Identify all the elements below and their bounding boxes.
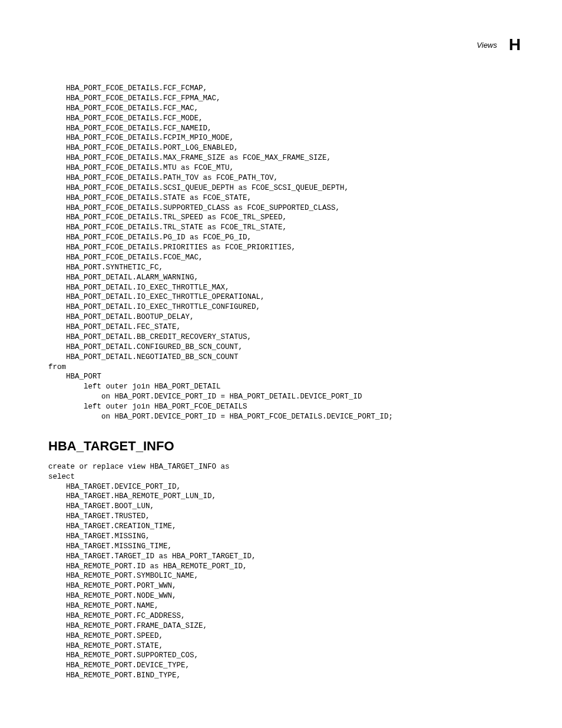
sql-code-block-1: HBA_PORT_FCOE_DETAILS.FCF_FCMAP, HBA_POR…: [48, 84, 521, 422]
sql-code-block-2: create or replace view HBA_TARGET_INFO a…: [48, 462, 521, 681]
header-section-label: Views: [477, 41, 497, 50]
page-content: Views H HBA_PORT_FCOE_DETAILS.FCF_FCMAP,…: [0, 0, 562, 704]
header-appendix-letter: H: [509, 35, 521, 54]
page-header: Views H: [41, 35, 521, 54]
section-heading-hba-target-info: HBA_TARGET_INFO: [48, 439, 521, 454]
